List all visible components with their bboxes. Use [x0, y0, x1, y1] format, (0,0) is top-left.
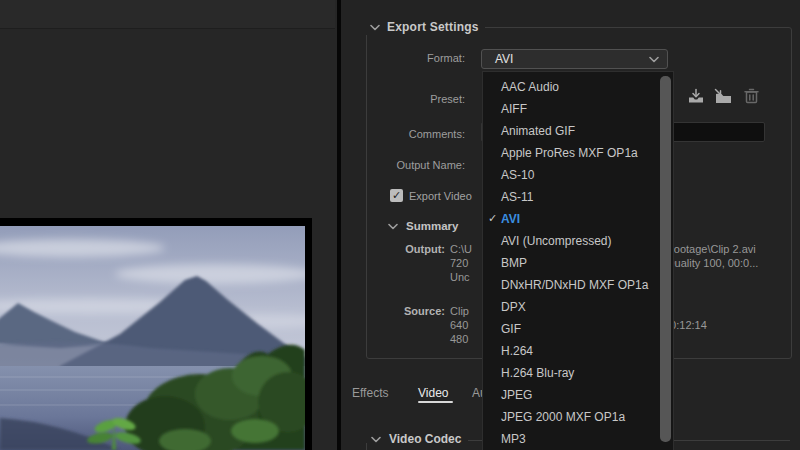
- format-selected-value: AVI: [495, 52, 649, 66]
- summary-source-line3: 480: [450, 333, 468, 345]
- format-dropdown-list: ✓ AAC Audio ✓ AIFF ✓ Animated GIF ✓ Appl…: [482, 71, 674, 450]
- check-icon: ✓: [392, 190, 401, 201]
- video-codec-group-border-left: [366, 443, 367, 450]
- format-option[interactable]: ✓ H.264: [483, 340, 673, 362]
- chevron-down-icon: [649, 56, 659, 63]
- summary-output-line3: Unc: [450, 271, 470, 283]
- format-option[interactable]: ✓ AS-11: [483, 186, 673, 208]
- format-option[interactable]: ✓ AIFF: [483, 98, 673, 120]
- premiere-export-settings-window: { "icons": { "check": "✓" }, "export_set…: [0, 0, 800, 450]
- export-settings-header[interactable]: Export Settings: [366, 19, 485, 35]
- summary-output-label: Output:: [395, 243, 445, 255]
- monitor-panel-header: [0, 0, 335, 29]
- format-option[interactable]: ✓ DPX: [483, 296, 673, 318]
- summary-source-line1: Clip: [450, 305, 469, 317]
- program-monitor-panel: [0, 0, 337, 450]
- summary-source-line2: 640: [450, 319, 468, 331]
- summary-header[interactable]: Summary: [388, 220, 458, 232]
- format-option[interactable]: ✓ JPEG: [483, 384, 673, 406]
- preset-label: Preset:: [381, 93, 465, 105]
- video-codec-title: Video Codec: [389, 432, 461, 446]
- save-preset-button[interactable]: [685, 85, 707, 107]
- active-tab-underline: [418, 401, 453, 403]
- summary-output-line1: C:\U: [450, 243, 472, 255]
- export-video-label: Export Video: [409, 190, 472, 202]
- format-option[interactable]: ✓ BMP: [483, 252, 673, 274]
- comments-label: Comments:: [381, 128, 465, 140]
- format-option[interactable]: ✓ MP3: [483, 428, 673, 450]
- import-preset-icon: [713, 87, 733, 105]
- format-option[interactable]: ✓ GIF: [483, 318, 673, 340]
- summary-output-path-tail: \Footage\Clip 2.avi: [664, 243, 756, 255]
- summary-title: Summary: [406, 220, 458, 232]
- video-preview-image: [0, 226, 305, 450]
- format-label: Format:: [381, 52, 465, 64]
- chevron-down-icon: [371, 436, 381, 443]
- format-option[interactable]: ✓ Apple ProRes MXF OP1a: [483, 142, 673, 164]
- chevron-down-icon: [388, 223, 398, 230]
- summary-source-label: Source:: [395, 305, 445, 317]
- format-option[interactable]: ✓ AVI (Uncompressed): [483, 230, 673, 252]
- format-option[interactable]: ✓ AVI: [483, 208, 673, 230]
- video-frame: [0, 218, 312, 450]
- save-preset-icon: [687, 87, 705, 105]
- output-name-label: Output Name:: [381, 159, 465, 171]
- summary-output-quality-tail: Quality 100, 00:0...: [666, 257, 758, 269]
- format-option[interactable]: ✓ DNxHR/DNxHD MXF OP1a: [483, 274, 673, 296]
- format-option[interactable]: ✓ H.264 Blu-ray: [483, 362, 673, 384]
- tab-video[interactable]: Video: [418, 386, 448, 400]
- export-video-checkbox[interactable]: ✓: [390, 189, 403, 202]
- check-icon: ✓: [488, 212, 497, 225]
- chevron-down-icon: [370, 24, 380, 31]
- video-codec-header[interactable]: Video Codec: [371, 432, 461, 446]
- dropdown-scrollbar-thumb[interactable]: [660, 76, 671, 442]
- format-option[interactable]: ✓ AS-10: [483, 164, 673, 186]
- tab-effects[interactable]: Effects: [352, 386, 388, 400]
- format-option[interactable]: ✓ JPEG 2000 MXF OP1a: [483, 406, 673, 428]
- export-settings-title: Export Settings: [387, 20, 479, 34]
- format-option[interactable]: ✓ Animated GIF: [483, 120, 673, 142]
- format-option[interactable]: ✓ AAC Audio: [483, 76, 673, 98]
- trash-icon: [743, 87, 760, 105]
- summary-output-line2: 720: [450, 257, 468, 269]
- delete-preset-button[interactable]: [740, 85, 762, 107]
- import-preset-button[interactable]: [712, 85, 734, 107]
- format-select[interactable]: AVI: [481, 49, 668, 69]
